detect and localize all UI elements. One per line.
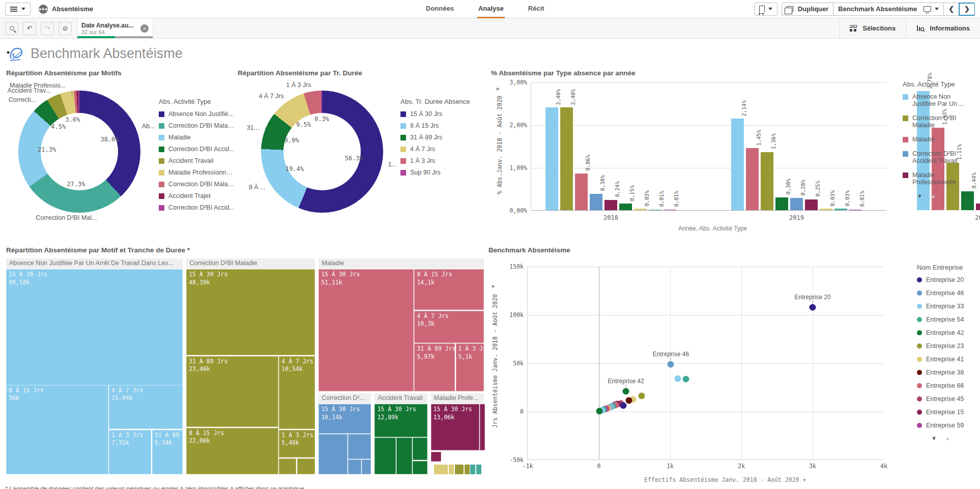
- axis-menu-arrow-icon[interactable]: ▶: [492, 284, 495, 289]
- legend-item[interactable]: Entreprise 45: [917, 395, 974, 402]
- axis-menu-arrow-icon[interactable]: ▶: [497, 87, 500, 91]
- treemap-fragment[interactable]: [396, 438, 412, 474]
- scatter-point[interactable]: [625, 397, 632, 404]
- legend-item[interactable]: 8 À 15 Jrs: [400, 122, 477, 129]
- legend-item[interactable]: Maladie Professionnelle: [903, 171, 973, 186]
- treemap-group-header[interactable]: Correction D²BI Maladie: [186, 258, 315, 269]
- bar[interactable]: 0,01%: [649, 210, 661, 210]
- bar[interactable]: 0,01%: [849, 210, 862, 210]
- legend-item[interactable]: 15 À 30 Jrs: [400, 110, 477, 118]
- scatter-plot-area[interactable]: 150k100k50k0-50k-1k01k2k3k4kEntreprise 2…: [527, 267, 883, 460]
- treemap-cell[interactable]: 15 À 30 Jrs90,58k: [6, 269, 183, 385]
- smart-search-icon[interactable]: [5, 22, 18, 35]
- legend-item[interactable]: Correction D²BI Maladie: [903, 114, 973, 129]
- treemap-fragment[interactable]: [362, 459, 371, 474]
- global-menu-button[interactable]: [5, 3, 31, 16]
- legend-item[interactable]: Correction D²BI Malad...: [159, 181, 235, 188]
- treemap-group-header[interactable]: Maladie Profe...: [431, 393, 484, 404]
- chart-absenteisme-par-annee[interactable]: % Absentéisme par Type absence par année…: [490, 66, 975, 239]
- donut-ring[interactable]: [261, 91, 383, 213]
- treemap-cell[interactable]: 15 À 30 Jrs48,39k: [186, 269, 315, 355]
- legend-item[interactable]: Entreprise 46: [917, 290, 974, 297]
- bar[interactable]: 0,28%: [790, 198, 803, 210]
- treemap-cell[interactable]: 15 À 30 Jrs10,14k: [319, 404, 371, 434]
- previous-sheet-button[interactable]: ❮: [943, 3, 959, 16]
- legend-item[interactable]: 4 À 7 Jrs: [400, 146, 477, 153]
- chart-benchmark-scatter[interactable]: Benchmark Absentéisme 150k100k50k0-50k-1…: [487, 243, 975, 481]
- bar[interactable]: 2,14%: [731, 119, 744, 210]
- bar[interactable]: 0,03%: [834, 209, 847, 210]
- chart-treemap-motif-duree[interactable]: Répartition Absentéisme par Motif et Tra…: [5, 243, 487, 481]
- treemap-cell[interactable]: 4 À 7 Jrs10,3k: [414, 311, 483, 343]
- treemap-fragment[interactable]: [480, 404, 485, 450]
- treemap-group-header[interactable]: Correction D²...: [319, 393, 371, 404]
- treemap-fragment[interactable]: [476, 465, 481, 474]
- page-up-icon[interactable]: ▲: [931, 193, 936, 199]
- treemap-fragment[interactable]: [455, 465, 464, 474]
- legend-item[interactable]: Correction D²BI Maladie: [159, 122, 235, 129]
- legend-item[interactable]: 31 À 89 Jrs: [400, 134, 477, 141]
- treemap-cell[interactable]: 8 À 15 Jrs36k: [6, 385, 108, 474]
- treemap-fragment[interactable]: [470, 465, 475, 474]
- treemap-fragment[interactable]: [348, 434, 371, 458]
- legend-item[interactable]: Maladie: [903, 136, 973, 143]
- chart-repartition-duree[interactable]: Répartition Absentéisme par Tr. Durée 56…: [237, 66, 490, 239]
- bar[interactable]: 0,25%: [805, 199, 818, 210]
- duplicate-button[interactable]: Dupliquer: [782, 3, 833, 16]
- treemap-cell[interactable]: 1 À 3 Jrs5,1k: [456, 343, 484, 391]
- bar[interactable]: 0,01%: [664, 210, 676, 210]
- treemap-fragment[interactable]: [297, 458, 315, 474]
- legend-item[interactable]: Correction D²BI Accid...: [159, 204, 235, 211]
- legend-item[interactable]: Entreprise 33: [917, 303, 974, 310]
- legend-item[interactable]: Entreprise 38: [917, 369, 974, 376]
- legend-item[interactable]: Accident Travail: [159, 157, 235, 164]
- app-icon[interactable]: ●●●: [39, 5, 48, 14]
- bar-plot-area[interactable]: 3,00%2,00%1,00%0,00%2,40%2,40%0,86%0,38%…: [531, 82, 887, 211]
- bar[interactable]: 0,15%: [976, 204, 980, 210]
- bookmark-button[interactable]: [754, 3, 777, 16]
- legend-item[interactable]: Entreprise 66: [917, 382, 974, 389]
- undo-selection-icon[interactable]: ↶: [23, 22, 36, 35]
- bar[interactable]: 0,30%: [775, 197, 788, 210]
- treemap-fragment[interactable]: [348, 459, 361, 474]
- tab-recit[interactable]: Récit: [527, 0, 545, 18]
- scatter-point[interactable]: [682, 376, 689, 383]
- informations-button[interactable]: Informations: [906, 18, 980, 38]
- treemap-cell[interactable]: 8 À 15 Jrs22,08k: [186, 428, 278, 474]
- treemap-cell[interactable]: 1 À 3 Jrs7,35k: [109, 430, 151, 474]
- treemap-fragment[interactable]: [449, 465, 454, 474]
- scatter-point[interactable]: [810, 304, 816, 310]
- legend-item[interactable]: Correction D²BI Accident Travail: [903, 150, 973, 164]
- next-sheet-button[interactable]: ❯: [959, 3, 975, 16]
- legend-item[interactable]: Accident Trajet: [159, 192, 235, 199]
- scatter-point[interactable]: [620, 402, 627, 409]
- legend-item[interactable]: Sup 90 Jrs: [400, 169, 477, 176]
- scatter-point[interactable]: [675, 376, 681, 382]
- bar[interactable]: 2,40%: [545, 107, 558, 210]
- treemap-fragment[interactable]: [319, 434, 348, 474]
- legend-item[interactable]: 1 À 3 Jrs: [400, 157, 477, 164]
- selections-tool-button[interactable]: Sélections: [839, 18, 906, 38]
- treemap-group-header[interactable]: Maladie: [319, 258, 484, 269]
- legend-item[interactable]: Absence Non Justifiée...: [159, 110, 235, 118]
- scatter-point[interactable]: [639, 392, 645, 399]
- donut-ring[interactable]: [18, 91, 140, 213]
- legend-item[interactable]: Entreprise 54: [917, 316, 974, 323]
- bar[interactable]: 2,40%: [560, 107, 573, 210]
- bar[interactable]: 0,15%: [619, 204, 632, 210]
- scatter-point[interactable]: [623, 388, 629, 395]
- legend-item[interactable]: Entreprise 41: [917, 356, 974, 363]
- treemap-group-header[interactable]: Absence Non Justifiée Par Un Arrêt De Tr…: [6, 258, 183, 269]
- clear-selections-icon[interactable]: ⊘: [59, 22, 72, 35]
- legend-item[interactable]: Correction D²BI Accid...: [159, 146, 235, 153]
- bar[interactable]: 1,45%: [746, 148, 759, 210]
- treemap-cell[interactable]: 31 À 89 Jrs5,97k: [414, 343, 455, 391]
- legend-item[interactable]: Entreprise 15: [917, 409, 974, 416]
- treemap-fragment[interactable]: [413, 461, 427, 474]
- bar[interactable]: 0,38%: [590, 194, 602, 210]
- tab-analyse[interactable]: Analyse: [477, 0, 505, 18]
- treemap-fragment[interactable]: [374, 438, 395, 474]
- legend-item[interactable]: Entreprise 59: [917, 422, 974, 429]
- treemap-group-header[interactable]: Accident Travail: [374, 393, 427, 404]
- treemap-cell[interactable]: 4 À 7 Jrs15,04k: [109, 385, 183, 429]
